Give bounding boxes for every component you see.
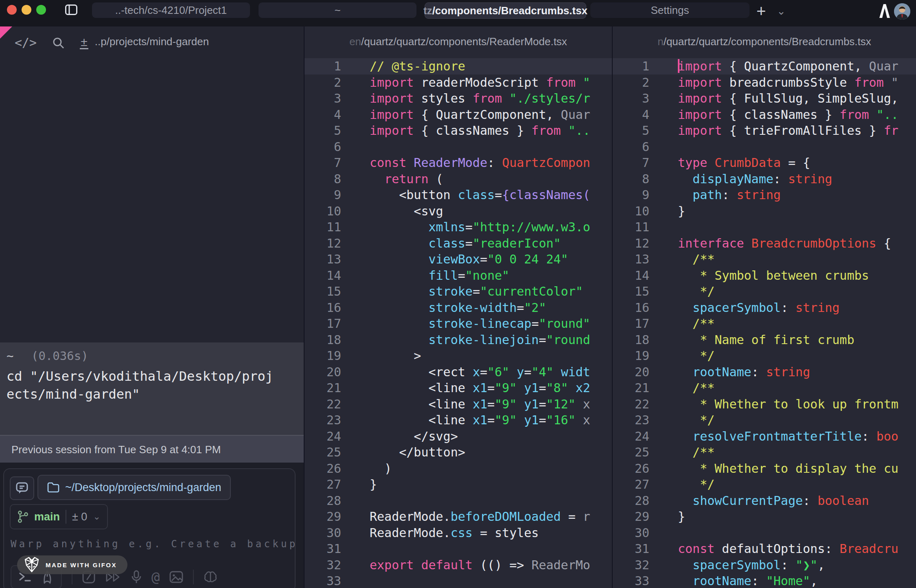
code-line-8[interactable]: 8 return ( bbox=[305, 171, 612, 187]
code-line-33[interactable]: 33 bbox=[305, 573, 612, 588]
code-line-33[interactable]: 33 rootName: "Home", bbox=[613, 573, 916, 588]
code-line-4[interactable]: 4import { classNames } from ".. bbox=[613, 107, 916, 123]
tab-list-chevron-icon[interactable]: ⌄ bbox=[777, 5, 786, 18]
code-line-12[interactable]: 12 class="readerIcon" bbox=[305, 235, 612, 252]
line-number: 20 bbox=[613, 365, 649, 379]
comment-button[interactable] bbox=[10, 476, 34, 500]
code-line-27[interactable]: 27} bbox=[305, 476, 612, 493]
pane-separator[interactable] bbox=[304, 26, 305, 588]
traffic-zoom-button[interactable] bbox=[36, 5, 46, 15]
mention-icon[interactable]: @ bbox=[151, 569, 160, 585]
code-line-3[interactable]: 3import styles from "./styles/r bbox=[305, 90, 612, 107]
code-line-25[interactable]: 25 </button> bbox=[305, 444, 612, 461]
bookmarks-icon[interactable]: ± bbox=[80, 36, 88, 49]
code-line-11[interactable]: 11 bbox=[613, 219, 916, 235]
code-line-2[interactable]: 2import breadcrumbsStyle from " bbox=[613, 75, 916, 91]
code-line-1[interactable]: 1import { QuartzComponent, Quar bbox=[613, 58, 916, 75]
code-editor-breadcrumbs[interactable]: 1import { QuartzComponent, Quar2import b… bbox=[613, 58, 916, 588]
code-line-22[interactable]: 22 * Whether to look up frontm bbox=[613, 396, 916, 412]
tab-project1[interactable]: ..-tech/cs-4210/Project1 bbox=[92, 2, 250, 18]
git-status-pill[interactable]: main ± 0 ⌄ bbox=[10, 504, 108, 529]
code-line-11[interactable]: 11 xmlns="http://www.w3.o bbox=[305, 219, 612, 235]
tab-settings[interactable]: Settings bbox=[590, 2, 749, 18]
code-line-5[interactable]: 5import { trieFromAllFiles } fr bbox=[613, 123, 916, 139]
code-line-26[interactable]: 26 * Whether to display the cu bbox=[613, 461, 916, 477]
code-line-4[interactable]: 4import { QuartzComponent, Quar bbox=[305, 107, 612, 123]
code-line-17[interactable]: 17 stroke-linecap="round" bbox=[305, 316, 612, 332]
code-line-21[interactable]: 21 /** bbox=[613, 380, 916, 396]
git-chevron-down-icon[interactable]: ⌄ bbox=[93, 511, 100, 522]
code-line-18[interactable]: 18 stroke-linejoin="round bbox=[305, 332, 612, 348]
terminal-pane[interactable]: ..p/projects/mind-garden </> ± ~ (0.036s… bbox=[0, 26, 304, 588]
code-line-9[interactable]: 9 path: string bbox=[613, 187, 916, 203]
code-line-19[interactable]: 19 */ bbox=[613, 348, 916, 364]
code-editor-readermode[interactable]: 1// @ts-ignore2import readerModeScript f… bbox=[305, 58, 612, 588]
code-line-21[interactable]: 21 <line x1="9" y1="8" x2 bbox=[305, 380, 612, 396]
code-line-1[interactable]: 1// @ts-ignore bbox=[305, 58, 612, 75]
code-line-10[interactable]: 10 <svg bbox=[305, 203, 612, 219]
code-line-3[interactable]: 3import { FullSlug, SimpleSlug, bbox=[613, 90, 916, 107]
code-line-16[interactable]: 16 stroke-width="2" bbox=[305, 300, 612, 316]
code-line-14[interactable]: 14 fill="none" bbox=[305, 268, 612, 284]
code-line-12[interactable]: 12interface BreadcrumbOptions { bbox=[613, 235, 916, 252]
code-line-9[interactable]: 9 <button class={classNames( bbox=[305, 187, 612, 203]
code-line-23[interactable]: 23 <line x1="9" y1="16" x bbox=[305, 412, 612, 428]
code-line-20[interactable]: 20 rootName: string bbox=[613, 364, 916, 380]
code-line-6[interactable]: 6 bbox=[613, 139, 916, 155]
image-attach-icon[interactable] bbox=[169, 571, 183, 583]
terminal-input-block[interactable]: ~/Desktop/projects/mind-garden main ± 0 … bbox=[3, 468, 296, 588]
code-line-31[interactable]: 31 bbox=[305, 541, 612, 557]
editor-pane-breadcrumbs[interactable]: n/quartz/quartz/components/Breadcrumbs.t… bbox=[613, 26, 916, 588]
previous-command-block[interactable]: ~ (0.036s) cd "/Users/vkodithala/Desktop… bbox=[0, 342, 304, 435]
terminal-input[interactable]: Warp anything e.g. Create a backup bbox=[11, 538, 298, 550]
new-tab-button[interactable]: + bbox=[756, 2, 766, 20]
code-line-6[interactable]: 6 bbox=[305, 139, 612, 155]
code-line-30[interactable]: 30ReaderMode.css = styles bbox=[305, 525, 612, 541]
sidebar-toggle-icon[interactable] bbox=[65, 4, 77, 15]
code-line-8[interactable]: 8 displayName: string bbox=[613, 171, 916, 187]
code-line-25[interactable]: 25 /** bbox=[613, 444, 916, 461]
code-blocks-icon[interactable]: </> bbox=[15, 35, 37, 50]
traffic-minimize-button[interactable] bbox=[22, 5, 31, 15]
code-line-14[interactable]: 14 * Symbol between crumbs bbox=[613, 268, 916, 284]
code-line-10[interactable]: 10} bbox=[613, 203, 916, 219]
code-line-20[interactable]: 20 <rect x="6" y="4" widt bbox=[305, 364, 612, 380]
code-line-26[interactable]: 26 ) bbox=[305, 461, 612, 477]
tab-breadcrumbs[interactable]: tz/components/Breadcrumbs.tsx bbox=[425, 2, 586, 19]
code-line-30[interactable]: 30 bbox=[613, 525, 916, 541]
code-line-24[interactable]: 24 resolveFrontmatterTitle: boo bbox=[613, 428, 916, 445]
code-line-29[interactable]: 29} bbox=[613, 509, 916, 525]
code-line-16[interactable]: 16 spacerSymbol: string bbox=[613, 300, 916, 316]
warp-logo-icon[interactable] bbox=[879, 4, 891, 18]
code-line-23[interactable]: 23 */ bbox=[613, 412, 916, 428]
code-line-31[interactable]: 31const defaultOptions: Breadcru bbox=[613, 541, 916, 557]
account-avatar[interactable] bbox=[894, 3, 910, 20]
tab-home[interactable]: ~ bbox=[259, 2, 416, 18]
code-line-15[interactable]: 15 stroke="currentColor" bbox=[305, 283, 612, 300]
code-line-15[interactable]: 15 */ bbox=[613, 283, 916, 300]
cwd-pill[interactable]: ~/Desktop/projects/mind-garden bbox=[37, 475, 231, 500]
brain-icon[interactable] bbox=[204, 570, 217, 584]
code-line-28[interactable]: 28 showCurrentPage: boolean bbox=[613, 493, 916, 509]
code-line-32[interactable]: 32export default (() => ReaderMo bbox=[305, 557, 612, 573]
code-line-32[interactable]: 32 spacerSymbol: "❯", bbox=[613, 557, 916, 573]
code-line-19[interactable]: 19 > bbox=[305, 348, 612, 364]
traffic-close-button[interactable] bbox=[7, 5, 17, 15]
code-line-13[interactable]: 13 /** bbox=[613, 251, 916, 268]
code-line-2[interactable]: 2import readerModeScript from " bbox=[305, 75, 612, 91]
search-icon[interactable] bbox=[52, 37, 64, 49]
code-line-7[interactable]: 7const ReaderMode: QuartzCompon bbox=[305, 155, 612, 171]
code-line-17[interactable]: 17 /** bbox=[613, 316, 916, 332]
code-line-28[interactable]: 28 bbox=[305, 493, 612, 509]
code-line-27[interactable]: 27 */ bbox=[613, 476, 916, 493]
pane-separator[interactable] bbox=[612, 26, 613, 588]
code-line-7[interactable]: 7type CrumbData = { bbox=[613, 155, 916, 171]
code-line-22[interactable]: 22 <line x1="9" y1="12" x bbox=[305, 396, 612, 412]
code-line-18[interactable]: 18 * Name of first crumb bbox=[613, 332, 916, 348]
editor-pane-readermode[interactable]: en/quartz/quartz/components/ReaderMode.t… bbox=[305, 26, 612, 588]
code-line-29[interactable]: 29ReaderMode.beforeDOMLoaded = r bbox=[305, 509, 612, 525]
code-line-13[interactable]: 13 viewBox="0 0 24 24" bbox=[305, 251, 612, 268]
code-line-24[interactable]: 24 </svg> bbox=[305, 428, 612, 445]
code-line-5[interactable]: 5import { classNames } from ".. bbox=[305, 123, 612, 139]
microphone-icon[interactable] bbox=[131, 570, 142, 584]
